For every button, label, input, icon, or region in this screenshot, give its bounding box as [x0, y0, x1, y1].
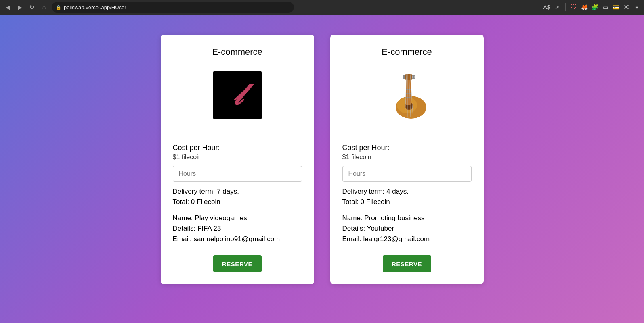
card2-name: Name: Promoting business [342, 214, 472, 222]
forward-button[interactable]: ▶ [15, 3, 24, 12]
card1-p-icon: 𝓁 [233, 81, 241, 110]
card1-total: Total: 0 Filecoin [173, 198, 302, 206]
menu-icon[interactable]: ≡ [633, 3, 641, 11]
browser-actions: A$ ➚ 🛡 🦊 🧩 ▭ 💳 ✕ ≡ [543, 3, 641, 11]
translate-icon[interactable]: A$ [543, 3, 551, 11]
card2-details: Details: Youtuber [342, 225, 472, 233]
card1-delivery-term: Delivery term: 7 days. [173, 188, 302, 196]
lock-icon: 🔒 [56, 5, 61, 10]
card2-reserve-button[interactable]: RESERVE [383, 255, 431, 272]
svg-point-11 [403, 77, 405, 79]
svg-point-10 [403, 75, 405, 77]
card1-hours-input[interactable] [173, 166, 302, 182]
card1-logo: 𝓁 [213, 71, 262, 119]
address-bar[interactable]: 🔒 poliswap.vercel.app/HUser [52, 2, 294, 13]
page-content: E-commerce 𝓁 Cost per Hour: $1 filecoin … [0, 15, 644, 323]
wallet-icon[interactable]: 💳 [612, 3, 620, 11]
card1-name: Name: Play videogames [173, 214, 302, 222]
card2-total: Total: 0 Filecoin [342, 198, 472, 206]
svg-rect-9 [405, 74, 412, 80]
card2-price: $1 filecoin [342, 154, 472, 161]
card1-title: E-commerce [173, 47, 302, 57]
browser-chrome: ◀ ▶ ↻ ⌂ 🔒 poliswap.vercel.app/HUser A$ ➚… [0, 0, 644, 15]
puzzle-icon[interactable]: 🧩 [591, 3, 599, 11]
card2-title: E-commerce [342, 47, 472, 57]
shield-icon[interactable]: 🛡 [570, 3, 578, 11]
share-icon[interactable]: ➚ [553, 3, 561, 11]
card1-reserve-button[interactable]: RESERVE [213, 255, 262, 272]
card2-image-container [342, 63, 472, 127]
card2-guitar-image [381, 71, 433, 119]
window-icon[interactable]: ▭ [601, 3, 609, 11]
svg-point-12 [412, 75, 415, 77]
card-2: E-commerce [330, 35, 484, 284]
extension-icon[interactable]: 🦊 [580, 3, 588, 11]
card1-details: Details: FIFA 23 [173, 225, 302, 233]
card2-delivery-term: Delivery term: 4 days. [342, 188, 472, 196]
card2-hours-input[interactable] [342, 166, 472, 182]
card1-cost-label: Cost per Hour: [173, 144, 302, 152]
svg-point-13 [412, 77, 415, 79]
home-button[interactable]: ⌂ [40, 3, 48, 12]
close-icon[interactable]: ✕ [622, 3, 630, 11]
card-1: E-commerce 𝓁 Cost per Hour: $1 filecoin … [161, 35, 314, 284]
card2-cost-label: Cost per Hour: [342, 144, 472, 152]
card1-image-container: 𝓁 [173, 63, 302, 127]
back-button[interactable]: ◀ [3, 3, 12, 12]
card2-email: Email: leajgr123@gmail.com [342, 235, 472, 243]
url-text: poliswap.vercel.app/HUser [64, 4, 126, 10]
card1-price: $1 filecoin [173, 154, 302, 161]
reload-button[interactable]: ↻ [27, 3, 36, 12]
card1-email: Email: samuelpolino91@gmail.com [173, 235, 302, 243]
